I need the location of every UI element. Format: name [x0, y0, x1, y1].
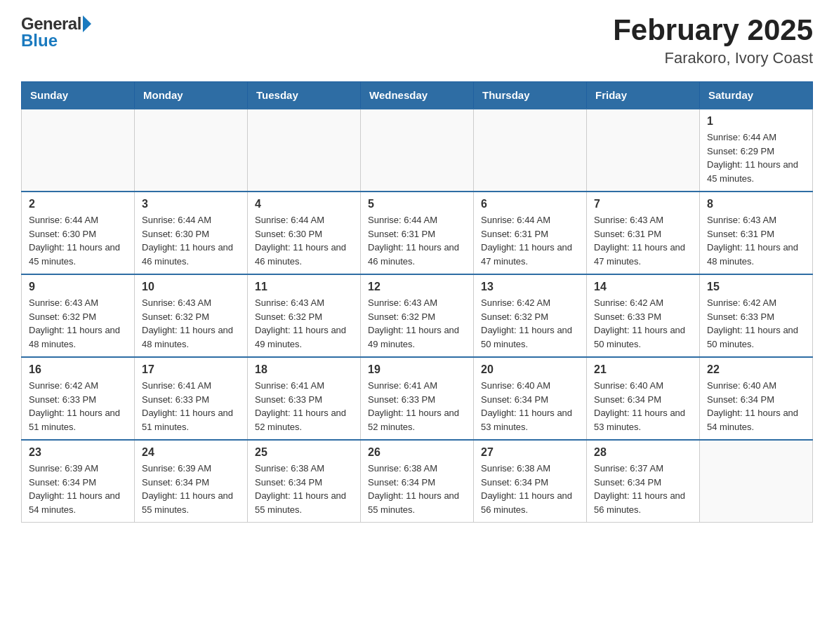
calendar-cell: 21Sunrise: 6:40 AM Sunset: 6:34 PM Dayli…	[587, 357, 700, 440]
day-number: 10	[142, 281, 240, 293]
day-info: Sunrise: 6:43 AM Sunset: 6:31 PM Dayligh…	[707, 213, 805, 268]
day-info: Sunrise: 6:38 AM Sunset: 6:34 PM Dayligh…	[481, 462, 579, 516]
day-info: Sunrise: 6:44 AM Sunset: 6:30 PM Dayligh…	[255, 213, 353, 268]
calendar-body: 1Sunrise: 6:44 AM Sunset: 6:29 PM Daylig…	[22, 109, 813, 523]
day-number: 2	[29, 198, 127, 210]
calendar-cell: 6Sunrise: 6:44 AM Sunset: 6:31 PM Daylig…	[474, 192, 587, 274]
day-info: Sunrise: 6:41 AM Sunset: 6:33 PM Dayligh…	[255, 379, 353, 434]
day-number: 8	[707, 198, 805, 210]
day-header-thursday: Thursday	[474, 82, 587, 109]
day-info: Sunrise: 6:40 AM Sunset: 6:34 PM Dayligh…	[707, 379, 805, 434]
day-info: Sunrise: 6:41 AM Sunset: 6:33 PM Dayligh…	[142, 379, 240, 434]
day-header-sunday: Sunday	[22, 82, 135, 109]
calendar-cell: 27Sunrise: 6:38 AM Sunset: 6:34 PM Dayli…	[474, 440, 587, 523]
day-number: 21	[594, 363, 692, 376]
day-number: 25	[255, 446, 353, 459]
calendar-cell	[22, 109, 135, 192]
day-info: Sunrise: 6:37 AM Sunset: 6:34 PM Dayligh…	[594, 462, 692, 516]
calendar-cell: 13Sunrise: 6:42 AM Sunset: 6:32 PM Dayli…	[474, 274, 587, 357]
calendar-cell: 5Sunrise: 6:44 AM Sunset: 6:31 PM Daylig…	[361, 192, 474, 274]
day-number: 24	[142, 446, 240, 459]
logo-blue-text: Blue	[21, 31, 58, 51]
day-number: 16	[29, 363, 127, 376]
day-info: Sunrise: 6:39 AM Sunset: 6:34 PM Dayligh…	[29, 462, 127, 516]
day-header-saturday: Saturday	[700, 82, 813, 109]
day-number: 14	[594, 281, 692, 293]
calendar-week-1: 1Sunrise: 6:44 AM Sunset: 6:29 PM Daylig…	[22, 109, 813, 192]
day-info: Sunrise: 6:43 AM Sunset: 6:32 PM Dayligh…	[29, 296, 127, 351]
day-info: Sunrise: 6:44 AM Sunset: 6:29 PM Dayligh…	[707, 130, 805, 185]
calendar-cell	[135, 109, 248, 192]
day-number: 3	[142, 198, 240, 210]
logo: General Blue	[21, 14, 91, 51]
day-info: Sunrise: 6:43 AM Sunset: 6:32 PM Dayligh…	[142, 296, 240, 351]
day-info: Sunrise: 6:42 AM Sunset: 6:33 PM Dayligh…	[594, 296, 692, 351]
calendar-cell: 19Sunrise: 6:41 AM Sunset: 6:33 PM Dayli…	[361, 357, 474, 440]
day-info: Sunrise: 6:44 AM Sunset: 6:31 PM Dayligh…	[481, 213, 579, 268]
calendar-cell: 12Sunrise: 6:43 AM Sunset: 6:32 PM Dayli…	[361, 274, 474, 357]
calendar-week-3: 9Sunrise: 6:43 AM Sunset: 6:32 PM Daylig…	[22, 274, 813, 357]
day-info: Sunrise: 6:38 AM Sunset: 6:34 PM Dayligh…	[255, 462, 353, 516]
title-block: February 2025 Farakoro, Ivory Coast	[613, 14, 813, 67]
calendar-cell	[474, 109, 587, 192]
day-info: Sunrise: 6:40 AM Sunset: 6:34 PM Dayligh…	[481, 379, 579, 434]
calendar-cell: 1Sunrise: 6:44 AM Sunset: 6:29 PM Daylig…	[700, 109, 813, 192]
calendar-week-4: 16Sunrise: 6:42 AM Sunset: 6:33 PM Dayli…	[22, 357, 813, 440]
day-info: Sunrise: 6:44 AM Sunset: 6:30 PM Dayligh…	[29, 213, 127, 268]
calendar-cell	[587, 109, 700, 192]
calendar-cell	[361, 109, 474, 192]
day-info: Sunrise: 6:39 AM Sunset: 6:34 PM Dayligh…	[142, 462, 240, 516]
day-number: 19	[368, 363, 466, 376]
calendar-cell: 8Sunrise: 6:43 AM Sunset: 6:31 PM Daylig…	[700, 192, 813, 274]
day-number: 11	[255, 281, 353, 293]
calendar-table: SundayMondayTuesdayWednesdayThursdayFrid…	[21, 81, 813, 523]
calendar-cell: 24Sunrise: 6:39 AM Sunset: 6:34 PM Dayli…	[135, 440, 248, 523]
day-number: 12	[368, 281, 466, 293]
day-number: 15	[707, 281, 805, 293]
day-number: 4	[255, 198, 353, 210]
calendar-cell	[248, 109, 361, 192]
day-header-monday: Monday	[135, 82, 248, 109]
calendar-week-5: 23Sunrise: 6:39 AM Sunset: 6:34 PM Dayli…	[22, 440, 813, 523]
day-number: 7	[594, 198, 692, 210]
calendar-cell: 17Sunrise: 6:41 AM Sunset: 6:33 PM Dayli…	[135, 357, 248, 440]
calendar-cell: 16Sunrise: 6:42 AM Sunset: 6:33 PM Dayli…	[22, 357, 135, 440]
day-info: Sunrise: 6:43 AM Sunset: 6:32 PM Dayligh…	[368, 296, 466, 351]
calendar-cell: 14Sunrise: 6:42 AM Sunset: 6:33 PM Dayli…	[587, 274, 700, 357]
calendar-cell: 11Sunrise: 6:43 AM Sunset: 6:32 PM Dayli…	[248, 274, 361, 357]
day-number: 20	[481, 363, 579, 376]
day-number: 5	[368, 198, 466, 210]
calendar-cell: 2Sunrise: 6:44 AM Sunset: 6:30 PM Daylig…	[22, 192, 135, 274]
logo-arrow-icon	[83, 15, 91, 32]
day-info: Sunrise: 6:44 AM Sunset: 6:31 PM Dayligh…	[368, 213, 466, 268]
day-number: 1	[707, 115, 805, 128]
day-header-tuesday: Tuesday	[248, 82, 361, 109]
day-info: Sunrise: 6:38 AM Sunset: 6:34 PM Dayligh…	[368, 462, 466, 516]
day-info: Sunrise: 6:42 AM Sunset: 6:33 PM Dayligh…	[29, 379, 127, 434]
page-header: General Blue February 2025 Farakoro, Ivo…	[21, 14, 813, 67]
day-header-wednesday: Wednesday	[361, 82, 474, 109]
day-info: Sunrise: 6:44 AM Sunset: 6:30 PM Dayligh…	[142, 213, 240, 268]
day-info: Sunrise: 6:42 AM Sunset: 6:32 PM Dayligh…	[481, 296, 579, 351]
calendar-cell: 15Sunrise: 6:42 AM Sunset: 6:33 PM Dayli…	[700, 274, 813, 357]
calendar-cell: 9Sunrise: 6:43 AM Sunset: 6:32 PM Daylig…	[22, 274, 135, 357]
day-header-friday: Friday	[587, 82, 700, 109]
day-number: 17	[142, 363, 240, 376]
calendar-cell: 22Sunrise: 6:40 AM Sunset: 6:34 PM Dayli…	[700, 357, 813, 440]
day-info: Sunrise: 6:43 AM Sunset: 6:31 PM Dayligh…	[594, 213, 692, 268]
day-header-row: SundayMondayTuesdayWednesdayThursdayFrid…	[22, 82, 813, 109]
day-number: 6	[481, 198, 579, 210]
day-number: 23	[29, 446, 127, 459]
day-number: 18	[255, 363, 353, 376]
calendar-cell: 20Sunrise: 6:40 AM Sunset: 6:34 PM Dayli…	[474, 357, 587, 440]
day-number: 27	[481, 446, 579, 459]
day-info: Sunrise: 6:40 AM Sunset: 6:34 PM Dayligh…	[594, 379, 692, 434]
calendar-cell: 18Sunrise: 6:41 AM Sunset: 6:33 PM Dayli…	[248, 357, 361, 440]
calendar-cell	[700, 440, 813, 523]
calendar-title: February 2025	[613, 14, 813, 46]
calendar-cell: 28Sunrise: 6:37 AM Sunset: 6:34 PM Dayli…	[587, 440, 700, 523]
calendar-header: SundayMondayTuesdayWednesdayThursdayFrid…	[22, 82, 813, 109]
calendar-cell: 7Sunrise: 6:43 AM Sunset: 6:31 PM Daylig…	[587, 192, 700, 274]
calendar-cell: 25Sunrise: 6:38 AM Sunset: 6:34 PM Dayli…	[248, 440, 361, 523]
calendar-cell: 10Sunrise: 6:43 AM Sunset: 6:32 PM Dayli…	[135, 274, 248, 357]
